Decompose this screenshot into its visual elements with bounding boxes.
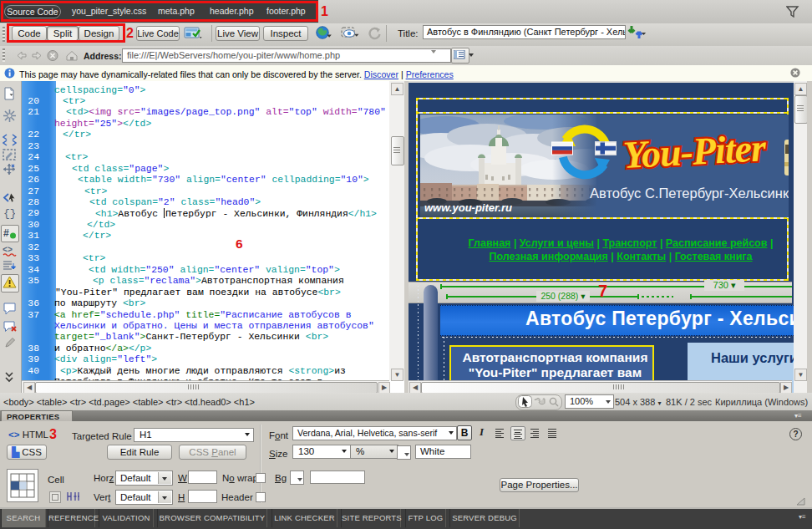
svg-text:You-Piter: You-Piter: [622, 126, 768, 176]
svg-text:Автобус С.Петербург-Хельсинки: Автобус С.Петербург-Хельсинки: [590, 186, 789, 201]
svg-text:www.you-piter.ru: www.you-piter.ru: [424, 201, 512, 214]
